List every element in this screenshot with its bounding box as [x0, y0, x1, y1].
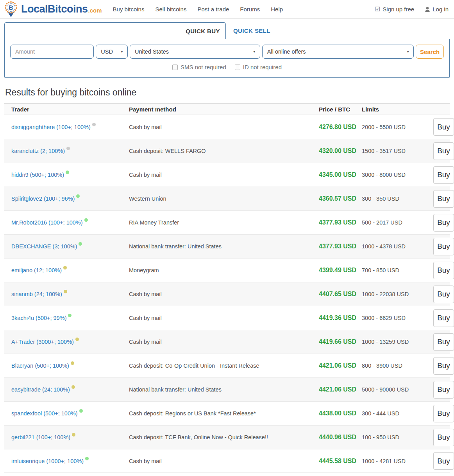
trader-link[interactable]: imluisenrique (1000+; 100%): [11, 458, 84, 464]
price-btc: 4320.00 USD: [319, 147, 362, 154]
id-not-required-checkbox[interactable]: ID not required: [235, 64, 282, 70]
trader-link[interactable]: DBEXCHANGE (3; 100%): [11, 243, 77, 250]
limits: 300 - 350 USD: [362, 196, 433, 202]
buy-cell: Buy: [433, 190, 454, 208]
trader-link[interactable]: Mr.Robot2016 (100+; 100%): [11, 219, 83, 226]
trader-status-dot: [68, 314, 71, 317]
buy-button[interactable]: Buy: [433, 309, 454, 327]
trader-cell: disniggarighthere (100+; 100%): [11, 124, 129, 131]
nav-forums[interactable]: Forums: [240, 4, 260, 15]
price-btc: 4419.36 USD: [319, 314, 362, 322]
table-row: disniggarighthere (100+; 100%) Cash by m…: [4, 115, 450, 139]
buy-button[interactable]: Buy: [433, 166, 454, 184]
trader-link[interactable]: Blacryan (500+; 100%): [11, 363, 69, 369]
sms-not-required-checkbox[interactable]: SMS not required: [172, 64, 226, 70]
buy-button[interactable]: Buy: [433, 286, 454, 303]
column-header-trader: Trader: [11, 106, 129, 113]
trader-link[interactable]: 3kachi4u (500+; 99%): [11, 315, 66, 321]
country-select[interactable]: United States ▼: [130, 45, 260, 59]
price-btc: 4377.93 USD: [319, 243, 362, 250]
amount-input[interactable]: [10, 45, 94, 59]
buy-button[interactable]: Buy: [433, 381, 454, 399]
offers-select[interactable]: All online offers ▼: [262, 45, 414, 59]
signup-label: Sign up free: [383, 6, 414, 13]
payment-method: Cash by mail: [129, 339, 319, 345]
limits: 1000 - 4281 USD: [362, 458, 433, 464]
table-header-row: Trader Payment method Price / BTC Limits: [4, 103, 450, 115]
search-form-row: USD ▼ United States ▼ All online offers …: [10, 45, 444, 59]
trader-link[interactable]: hiddn9 (500+; 100%): [11, 172, 64, 178]
table-row: Mr.Robot2016 (100+; 100%) RIA Money Tran…: [4, 210, 450, 234]
buy-button[interactable]: Buy: [433, 405, 454, 422]
trader-link[interactable]: spandexfool (500+; 100%): [11, 410, 78, 417]
tab-quick-buy[interactable]: QUICK BUY: [4, 22, 226, 39]
top-nav-bar: B LocalBitcoins .com Buy bitcoins Sell b…: [0, 0, 454, 19]
buy-cell: Buy: [433, 142, 454, 160]
buy-cell: Buy: [433, 166, 454, 184]
buy-button[interactable]: Buy: [433, 452, 454, 470]
trader-link[interactable]: karancluttz (2; 100%): [11, 148, 65, 154]
trader-link[interactable]: disniggarighthere (100+; 100%): [11, 124, 91, 130]
trader-status-dot: [84, 218, 88, 222]
table-row: hiddn9 (500+; 100%) Cash by mail 4345.00…: [4, 163, 450, 187]
trader-status-dot: [66, 171, 69, 174]
trader-link[interactable]: easybitrade (24; 100%): [11, 386, 70, 393]
table-row: imluisenrique (1000+; 100%) Cash by mail…: [4, 449, 450, 473]
nav-sell-bitcoins[interactable]: Sell bitcoins: [155, 4, 186, 15]
buy-cell: Buy: [433, 286, 454, 303]
search-button[interactable]: Search: [416, 45, 444, 59]
price-btc: 4276.80 USD: [319, 124, 362, 131]
tab-quick-sell[interactable]: QUICK SELL: [233, 27, 270, 34]
buy-cell: Buy: [433, 357, 454, 375]
brand-tld: .com: [88, 7, 102, 14]
limits: 3000 - 6629 USD: [362, 315, 433, 321]
buy-button[interactable]: Buy: [433, 357, 454, 375]
buy-cell: Buy: [433, 405, 454, 422]
brand-logo[interactable]: B LocalBitcoins .com: [3, 1, 102, 18]
login-link[interactable]: Log in: [425, 6, 449, 13]
trader-link[interactable]: A+Trader (3000+; 100%): [11, 339, 74, 345]
price-btc: 4377.93 USD: [319, 219, 362, 226]
buy-button[interactable]: Buy: [433, 142, 454, 160]
limits: 1000 - 13259 USD: [362, 339, 433, 345]
tab-rest: QUICK SELL: [226, 22, 450, 39]
buy-button[interactable]: Buy: [433, 262, 454, 279]
nav-help[interactable]: Help: [271, 4, 283, 15]
trader-link[interactable]: emiljano (12; 100%): [11, 267, 62, 273]
trader-link[interactable]: gerbil221 (100+; 100%): [11, 434, 70, 440]
trader-status-dot: [71, 361, 74, 365]
limits: 800 - 3900 USD: [362, 363, 433, 369]
payment-method: Cash deposit: WELLS FARGO: [129, 148, 319, 154]
nav-post-a-trade[interactable]: Post a trade: [197, 4, 229, 15]
buy-button[interactable]: Buy: [433, 238, 454, 255]
buy-cell: Buy: [433, 214, 454, 232]
buy-button[interactable]: Buy: [433, 333, 454, 351]
buy-button[interactable]: Buy: [433, 190, 454, 208]
limits: 1000 - 4378 USD: [362, 243, 433, 250]
buy-button[interactable]: Buy: [433, 214, 454, 232]
trader-link[interactable]: Spiiritglove2 (100+; 96%): [11, 196, 75, 202]
buy-button[interactable]: Buy: [433, 429, 454, 446]
brand-text: LocalBitcoins .com: [21, 3, 102, 15]
column-header-limits: Limits: [362, 106, 433, 113]
buy-cell: Buy: [433, 309, 454, 327]
payment-method: Cash by mail: [129, 291, 319, 297]
trader-status-dot: [75, 338, 79, 341]
buy-cell: Buy: [433, 452, 454, 470]
trader-cell: 3kachi4u (500+; 99%): [11, 314, 129, 322]
payment-method: Cash by mail: [129, 458, 319, 464]
currency-select[interactable]: USD ▼: [96, 45, 128, 59]
topbar-right: ☑ Sign up free Log in: [375, 6, 449, 13]
trader-link[interactable]: sinanmb (24; 100%): [11, 291, 62, 297]
limits: 100 - 950 USD: [362, 434, 433, 440]
trader-status-dot: [64, 290, 67, 293]
currency-select-value: USD: [101, 48, 113, 55]
table-row: Spiiritglove2 (100+; 96%) Western Union …: [4, 187, 450, 210]
buy-button[interactable]: Buy: [433, 118, 454, 136]
table-row: sinanmb (24; 100%) Cash by mail 4407.65 …: [4, 282, 450, 306]
signup-check-icon: ☑: [375, 6, 380, 13]
nav-buy-bitcoins[interactable]: Buy bitcoins: [113, 4, 145, 15]
signup-link[interactable]: ☑ Sign up free: [375, 6, 414, 13]
table-row: A+Trader (3000+; 100%) Cash by mail 4419…: [4, 330, 450, 354]
trader-status-dot: [63, 266, 67, 269]
